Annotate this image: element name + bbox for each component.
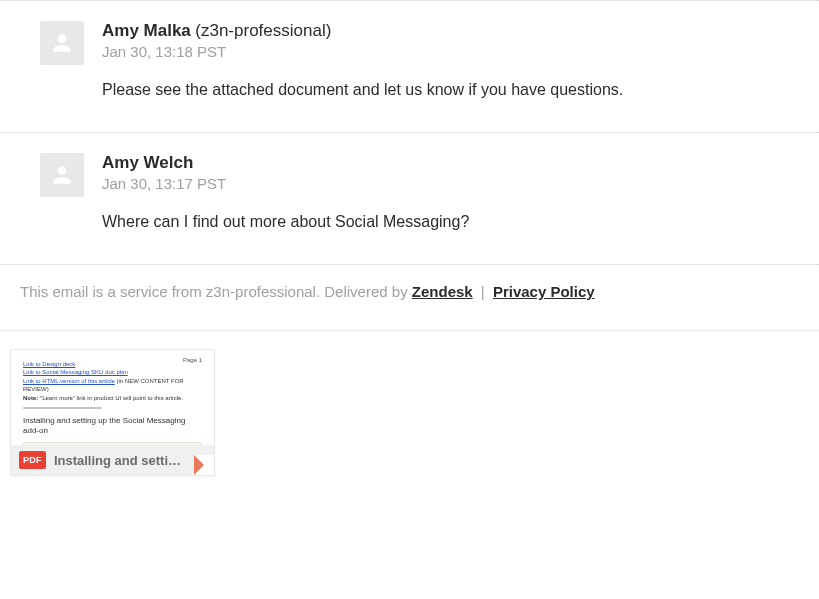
message-block: Amy Welch Jan 30, 13:17 PST Where can I … (0, 132, 819, 264)
footer-text: This email is a service from z3n-profess… (20, 283, 412, 300)
author-name: Amy Welch (102, 153, 193, 172)
preview-link: Link to Design deck (23, 360, 202, 368)
zendesk-link[interactable]: Zendesk (412, 283, 473, 300)
preview-link: Link to Social Messaging SKU doc plan (23, 368, 202, 376)
preview-title: Installing and setting up the Social Mes… (23, 416, 202, 436)
message-body: Please see the attached document and let… (102, 78, 809, 102)
preview-link: Link to HTML version of this article (23, 378, 115, 384)
avatar (40, 153, 84, 197)
message-content: Amy Welch Jan 30, 13:17 PST Where can I … (102, 153, 809, 234)
message-body: Where can I find out more about Social M… (102, 210, 809, 234)
attachment-area: Page 1 Link to Design deck Link to Socia… (0, 330, 819, 494)
pdf-icon: PDF (19, 451, 46, 469)
author-name: Amy Malka (102, 21, 191, 40)
attachment-preview: Page 1 Link to Design deck Link to Socia… (11, 350, 214, 445)
fold-shadow (194, 455, 214, 475)
message-block: Amy Malka (z3n-professional) Jan 30, 13:… (0, 0, 819, 132)
attachment-filename: Installing and setti… (54, 453, 206, 468)
email-footer: This email is a service from z3n-profess… (0, 264, 819, 330)
preview-line: Link to HTML version of this article (in… (23, 377, 202, 394)
attachment-card[interactable]: Page 1 Link to Design deck Link to Socia… (10, 349, 215, 476)
message-row: Amy Welch Jan 30, 13:17 PST Where can I … (10, 153, 809, 234)
preview-page-number: Page 1 (183, 356, 202, 364)
attachment-bar: PDF Installing and setti… (11, 445, 214, 475)
author-org: (z3n-professional) (195, 21, 331, 40)
timestamp: Jan 30, 13:17 PST (102, 175, 809, 192)
message-content: Amy Malka (z3n-professional) Jan 30, 13:… (102, 21, 809, 102)
avatar (40, 21, 84, 65)
message-header: Amy Malka (z3n-professional) (102, 21, 809, 41)
person-icon (49, 30, 75, 56)
footer-separator: | (477, 283, 489, 300)
message-header: Amy Welch (102, 153, 809, 173)
preview-note: Note: "Learn more" link in product UI wi… (23, 394, 202, 402)
person-icon (49, 162, 75, 188)
message-row: Amy Malka (z3n-professional) Jan 30, 13:… (10, 21, 809, 102)
timestamp: Jan 30, 13:18 PST (102, 43, 809, 60)
preview-divider: ========================== (23, 404, 202, 412)
privacy-link[interactable]: Privacy Policy (493, 283, 595, 300)
